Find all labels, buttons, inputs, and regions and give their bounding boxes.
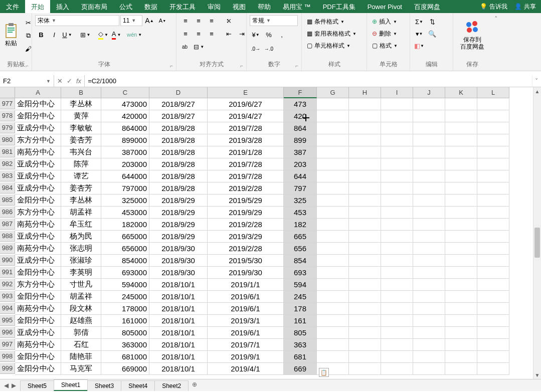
cell[interactable] xyxy=(477,327,509,339)
ribbon-tab-4[interactable]: 公式 xyxy=(113,0,138,13)
ribbon-tab-6[interactable]: 开发工具 xyxy=(163,0,202,13)
cell[interactable]: 899000 xyxy=(101,134,149,146)
cell[interactable] xyxy=(317,207,349,219)
cell[interactable] xyxy=(413,110,445,122)
cell[interactable] xyxy=(317,351,349,363)
cell[interactable]: 金阳分中心 xyxy=(15,194,61,207)
borders-button[interactable]: ⊞▼ xyxy=(79,29,91,40)
wrap-text-button[interactable]: ab xyxy=(179,41,190,52)
cell[interactable] xyxy=(381,122,413,134)
cell[interactable]: 178000 xyxy=(101,303,149,315)
align-top-button[interactable]: ≡ xyxy=(179,15,192,26)
fill-color-button[interactable]: ◇▼ xyxy=(97,29,109,40)
sheet-tab-Sheet2[interactable]: Sheet2 xyxy=(154,380,189,391)
cell[interactable] xyxy=(445,267,477,279)
cell[interactable]: 2019/1/28 xyxy=(208,146,284,158)
cell[interactable] xyxy=(413,182,445,194)
cell[interactable]: 东方分中心 xyxy=(15,279,61,291)
cell[interactable] xyxy=(317,110,349,122)
cell[interactable]: 182 xyxy=(284,219,317,231)
cell[interactable] xyxy=(349,134,381,146)
row-header[interactable]: 984 xyxy=(0,182,15,193)
conditional-format-button[interactable]: ▦条件格式▼ xyxy=(305,16,346,27)
cell[interactable] xyxy=(381,243,413,255)
cell[interactable] xyxy=(381,170,413,182)
cell[interactable]: 2018/10/1 xyxy=(149,363,208,375)
row-header[interactable]: 988 xyxy=(0,231,15,242)
col-header-B[interactable]: B xyxy=(61,87,101,98)
cell[interactable]: 453 xyxy=(284,207,317,219)
row-header[interactable]: 998 xyxy=(0,351,15,362)
cell[interactable] xyxy=(381,255,413,267)
cell[interactable] xyxy=(349,207,381,219)
cell[interactable] xyxy=(317,98,349,110)
cell[interactable]: 2019/4/1 xyxy=(208,363,284,375)
cell[interactable] xyxy=(349,219,381,231)
row-header[interactable]: 985 xyxy=(0,194,15,206)
baidu-save-button[interactable]: 保存到百度网盘 xyxy=(456,15,488,54)
cell[interactable]: 245 xyxy=(284,291,317,303)
ribbon-tab-2[interactable]: 插入 xyxy=(50,0,75,13)
cell[interactable]: 2018/9/27 xyxy=(149,110,208,122)
cell[interactable]: 金阳分中心 xyxy=(15,291,61,303)
percent-button[interactable]: % xyxy=(263,29,275,40)
cell[interactable]: 金阳分中心 xyxy=(15,315,61,327)
formula-input[interactable]: =C2/1000 xyxy=(85,75,532,87)
cell[interactable] xyxy=(349,231,381,243)
cell[interactable]: 2019/5/29 xyxy=(208,194,284,207)
sheet-tab-Sheet3[interactable]: Sheet3 xyxy=(87,380,121,391)
cell[interactable]: 金阳分中心 xyxy=(15,98,61,110)
cell[interactable]: 797 xyxy=(284,182,317,194)
italic-button[interactable]: I xyxy=(48,29,60,40)
cancel-formula-button[interactable]: ✕ xyxy=(57,77,63,85)
cell[interactable]: 东方分中心 xyxy=(15,207,61,219)
cell[interactable] xyxy=(445,363,477,375)
table-format-button[interactable]: ▦套用表格格式▼ xyxy=(305,28,358,39)
col-header-L[interactable]: L xyxy=(477,87,509,98)
autofill-smarttag[interactable]: 📋 xyxy=(319,368,329,377)
fx-button[interactable]: fx xyxy=(76,77,81,85)
cell[interactable] xyxy=(349,146,381,158)
cell[interactable] xyxy=(445,134,477,146)
cell[interactable]: 2019/6/1 xyxy=(208,327,284,339)
cell[interactable]: 656 xyxy=(284,243,317,255)
cell[interactable]: 203000 xyxy=(101,158,149,170)
cell[interactable]: 693 xyxy=(284,267,317,279)
cell[interactable] xyxy=(413,170,445,182)
cell[interactable]: 2019/3/1 xyxy=(208,315,284,327)
cell[interactable]: 681000 xyxy=(101,351,149,363)
cell[interactable]: 2019/2/28 xyxy=(208,243,284,255)
cell[interactable] xyxy=(413,231,445,243)
cell[interactable] xyxy=(445,170,477,182)
col-header-I[interactable]: I xyxy=(381,87,413,98)
fill-button[interactable]: ▾▼ xyxy=(413,28,425,39)
cell[interactable] xyxy=(349,327,381,339)
delete-cells-button[interactable]: ⊖删除▼ xyxy=(370,28,399,39)
number-launcher[interactable]: ⌐ xyxy=(295,63,298,69)
cell[interactable] xyxy=(413,327,445,339)
cell[interactable] xyxy=(317,243,349,255)
cell[interactable]: 金阳分中心 xyxy=(15,351,61,363)
cell[interactable]: 453000 xyxy=(101,207,149,219)
cell[interactable] xyxy=(349,291,381,303)
font-name-select[interactable]: 宋体▼ xyxy=(35,15,119,26)
cell[interactable]: 665 xyxy=(284,231,317,243)
cell[interactable] xyxy=(477,122,509,134)
cell[interactable]: 2018/9/28 xyxy=(149,170,208,182)
cell[interactable] xyxy=(477,291,509,303)
cell[interactable] xyxy=(445,207,477,219)
cell[interactable]: 张志明 xyxy=(61,243,101,255)
cell[interactable]: 马克军 xyxy=(61,363,101,375)
cell[interactable]: 黄萍 xyxy=(61,110,101,122)
format-cells-button[interactable]: ▢格式▼ xyxy=(370,40,400,51)
cell[interactable] xyxy=(477,170,509,182)
accept-formula-button[interactable]: ✓ xyxy=(67,77,72,85)
cell[interactable]: 段文林 xyxy=(61,303,101,315)
cell[interactable] xyxy=(477,303,509,315)
sort-filter-button[interactable]: ⇅ xyxy=(426,16,438,27)
cell[interactable]: 李敏敏 xyxy=(61,122,101,134)
cell[interactable]: 854 xyxy=(284,255,317,267)
align-bottom-button[interactable]: ≡ xyxy=(206,15,218,26)
cell[interactable]: 681 xyxy=(284,351,317,363)
cell[interactable]: 南苑分中心 xyxy=(15,339,61,351)
